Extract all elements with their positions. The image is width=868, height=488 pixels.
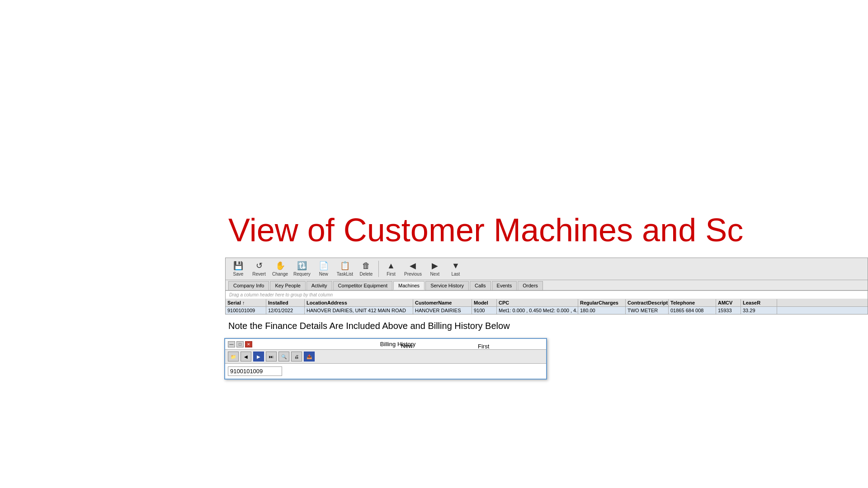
first-icon: ▲ [387,261,395,271]
last-label: Last [451,272,460,277]
billing-toolbar: 📁 ◀ ▶ ⏭ 🔍 🖨 📤 [225,350,546,364]
billing-export-btn[interactable]: 📤 [304,352,315,361]
cell-contract: TWO METER [626,307,669,314]
tab-events[interactable]: Events [492,281,517,290]
change-label: Change [272,272,288,277]
nav-label-first: First [478,343,489,350]
cell-customer: HANOVER DAIRIES [413,307,472,314]
table-row[interactable]: 9100101009 12/01/2022 HANOVER DAIRIES, U… [226,307,868,314]
tasklist-label: TaskList [337,272,353,277]
tab-machines[interactable]: Machines [393,281,425,290]
next-icon: ▶ [432,261,438,271]
app-window: 💾 Save ↺ Revert ✋ Change 🔃 Requery 📄 New… [225,258,868,314]
col-header-model[interactable]: Model [472,299,497,306]
drag-hint: Drag a column header here to group by th… [226,291,868,299]
col-header-regular[interactable]: RegularCharges [578,299,626,306]
col-header-customer[interactable]: CustomerName [413,299,472,306]
cell-lease: 33.29 [741,307,777,314]
note-text: Note the Finance Details Are Included Ab… [228,321,510,331]
cell-regular: 180.00 [578,307,626,314]
revert-button[interactable]: ↺ Revert [249,260,269,278]
save-icon: 💾 [233,261,243,271]
next-button[interactable]: ▶ Next [425,260,445,278]
new-button[interactable]: 📄 New [314,260,334,278]
col-header-cpc[interactable]: CPC [497,299,578,306]
toolbar-separator [378,261,379,277]
new-icon: 📄 [319,261,329,271]
last-button[interactable]: ▼ Last [446,260,466,278]
billing-prev-btn[interactable]: ◀ [241,352,251,361]
first-label: First [387,272,395,277]
tab-competitor-equipment[interactable]: Competitor Equipment [333,281,392,290]
cell-location: HANOVER DAIRIES, UNIT 412 MAIN ROAD [305,307,413,314]
col-header-telephone[interactable]: Telephone [669,299,716,306]
col-header-installed[interactable]: Installed [266,299,305,306]
grid-header: Serial ↑ Installed LocationAddress Custo… [226,299,868,307]
col-header-amcv[interactable]: AMCV [716,299,741,306]
cell-amcv: 15933 [716,307,741,314]
restore-button[interactable]: □ [236,341,244,347]
requery-label: Requery [293,272,311,277]
next-label: Next [430,272,440,277]
revert-label: Revert [252,272,265,277]
requery-button[interactable]: 🔃 Requery [291,260,313,278]
tab-company-info[interactable]: Company Info [228,281,269,290]
billing-print-btn[interactable]: 🖨 [291,352,302,361]
minimize-button[interactable]: — [228,341,235,347]
cell-telephone: 01865 684 008 [669,307,716,314]
col-header-serial[interactable]: Serial ↑ [226,299,266,306]
grid-area: Drag a column header here to group by th… [226,291,868,314]
billing-folder-icon[interactable]: 📁 [228,352,239,361]
billing-search-btn[interactable]: 🔍 [278,352,289,361]
billing-nav-btn-1[interactable]: ▶ [253,352,264,361]
tab-key-people[interactable]: Key People [270,281,305,290]
requery-icon: 🔃 [297,261,307,271]
first-button[interactable]: ▲ First [381,260,401,278]
previous-label: Previous [404,272,422,277]
tab-activity[interactable]: Activity [307,281,332,290]
delete-icon: 🗑 [362,261,370,271]
cell-serial: 9100101009 [226,307,266,314]
toolbar: 💾 Save ↺ Revert ✋ Change 🔃 Requery 📄 New… [226,258,868,280]
billing-titlebar: — □ ✕ Billing History [225,339,546,350]
tab-orders[interactable]: Orders [518,281,543,290]
change-icon: ✋ [275,261,285,271]
delete-label: Delete [360,272,373,277]
billing-serial-input[interactable] [228,366,282,376]
nav-label-new: New [401,343,413,349]
billing-nav-btn-2[interactable]: ⏭ [266,352,277,361]
cell-installed: 12/01/2022 [266,307,305,314]
tasklist-button[interactable]: 📋 TaskList [335,260,355,278]
tab-calls[interactable]: Calls [470,281,491,290]
save-label: Save [233,272,244,277]
tasklist-icon: 📋 [340,261,350,271]
col-header-contract[interactable]: ContractDescription [626,299,669,306]
previous-icon: ◀ [410,261,416,271]
delete-button[interactable]: 🗑 Delete [356,260,376,278]
page-heading: View of Customer Machines and Sc [228,211,743,249]
previous-button[interactable]: ◀ Previous [402,260,424,278]
cell-cpc: Met1: 0.000 , 0.450 Met2: 0.000 , 4.500 [497,307,578,314]
last-icon: ▼ [452,261,460,271]
billing-content [225,364,546,379]
window-buttons: — □ ✕ [228,341,252,347]
save-button[interactable]: 💾 Save [228,260,248,278]
new-label: New [319,272,328,277]
billing-title: Billing History [252,341,543,347]
billing-history-window: — □ ✕ Billing History 📁 ◀ ▶ ⏭ 🔍 🖨 📤 [224,338,547,380]
col-header-location[interactable]: LocationAddress [305,299,413,306]
tab-bar: Company Info Key People Activity Competi… [226,280,868,291]
revert-icon: ↺ [256,261,263,271]
change-button[interactable]: ✋ Change [270,260,290,278]
cell-model: 9100 [472,307,497,314]
close-button[interactable]: ✕ [245,341,252,347]
col-header-lease[interactable]: LeaseR [741,299,777,306]
tab-service-history[interactable]: Service History [425,281,469,290]
